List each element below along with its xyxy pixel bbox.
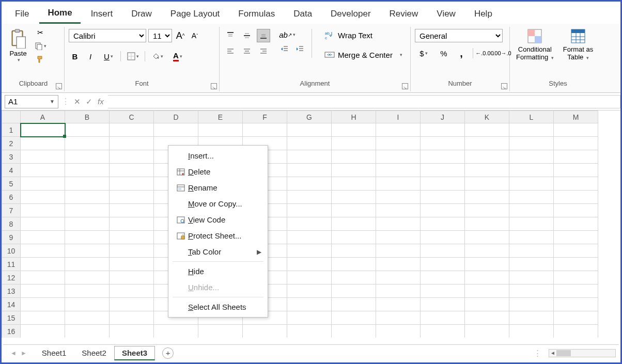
merge-center-button[interactable]: Merge & Center▾ <box>323 49 403 61</box>
col-header[interactable]: I <box>376 111 421 123</box>
tab-view[interactable]: View <box>428 6 464 23</box>
alignment-launcher[interactable] <box>402 83 408 89</box>
row-header[interactable]: 12 <box>2 271 21 284</box>
copy-button[interactable]: ▾ <box>34 40 47 52</box>
col-header[interactable]: H <box>332 111 376 123</box>
number-format-select[interactable]: General <box>415 29 503 42</box>
increase-decimal-button[interactable]: ←.0.00 <box>478 48 491 59</box>
format-as-table-button[interactable]: Format as Table ▾ <box>561 27 596 62</box>
col-header[interactable]: M <box>554 111 598 123</box>
worksheet-grid[interactable]: A B C D E F G H I J K L M 1 2 3 4 5 6 7 … <box>2 110 620 338</box>
clipboard-launcher[interactable] <box>56 83 62 89</box>
orientation-button[interactable]: ab↗▾ <box>278 29 296 40</box>
name-box[interactable]: A1 ▼ <box>5 95 58 108</box>
bold-button[interactable]: B <box>69 51 81 62</box>
col-header[interactable]: B <box>65 111 110 123</box>
row-header[interactable]: 2 <box>2 137 21 150</box>
tab-formulas[interactable]: Formulas <box>230 6 283 23</box>
row-header[interactable]: 5 <box>2 177 21 191</box>
context-view-code[interactable]: View Code <box>168 212 268 228</box>
row-header[interactable]: 15 <box>2 311 21 325</box>
cancel-formula-button[interactable]: ✕ <box>74 97 81 106</box>
conditional-formatting-button[interactable]: Conditional Formatting ▾ <box>514 27 556 62</box>
row-header[interactable]: 1 <box>2 123 21 137</box>
col-header[interactable]: C <box>110 111 154 123</box>
col-header[interactable]: F <box>243 111 287 123</box>
context-delete[interactable]: Delete <box>168 164 268 180</box>
cell-a1[interactable] <box>21 123 65 137</box>
sheet-tab-2[interactable]: Sheet2 <box>74 346 114 360</box>
align-bottom-button[interactable] <box>257 29 270 42</box>
cut-button[interactable]: ✂ <box>34 27 47 38</box>
increase-font-button[interactable]: A^ <box>174 30 186 41</box>
row-header[interactable]: 4 <box>2 164 21 177</box>
sheet-nav-next[interactable]: ► <box>21 350 27 357</box>
underline-button[interactable]: U▾ <box>100 51 117 62</box>
context-protect-sheet[interactable]: Protect Sheet... <box>168 228 268 244</box>
context-move-copy[interactable]: Move or Copy... <box>168 196 268 212</box>
row-header[interactable]: 10 <box>2 244 21 258</box>
percent-format-button[interactable]: % <box>438 48 450 59</box>
wrap-text-button[interactable]: abcWrap Text <box>323 29 403 41</box>
col-header[interactable]: D <box>154 111 198 123</box>
font-name-select[interactable]: Calibri <box>69 29 146 42</box>
row-header[interactable]: 6 <box>2 191 21 204</box>
col-header[interactable]: K <box>465 111 509 123</box>
decrease-indent-button[interactable] <box>278 43 291 55</box>
paste-button[interactable]: Paste ▾ <box>7 27 29 64</box>
col-header[interactable]: E <box>198 111 243 123</box>
sheet-tab-1[interactable]: Sheet1 <box>34 346 74 360</box>
sheet-nav-prev[interactable]: ◄ <box>10 350 17 357</box>
col-header[interactable]: A <box>21 111 65 123</box>
row-header[interactable]: 8 <box>2 217 21 231</box>
horizontal-scrollbar[interactable]: ◄ <box>549 349 616 357</box>
row-header[interactable]: 7 <box>2 204 21 217</box>
row-header[interactable]: 13 <box>2 284 21 298</box>
increase-indent-button[interactable] <box>294 43 306 55</box>
align-top-button[interactable] <box>224 29 237 42</box>
font-launcher[interactable] <box>211 83 217 89</box>
row-header[interactable]: 9 <box>2 231 21 244</box>
tab-home[interactable]: Home <box>39 5 80 24</box>
align-right-button[interactable] <box>257 44 270 58</box>
col-header[interactable]: L <box>509 111 554 123</box>
formula-input[interactable] <box>108 95 620 108</box>
context-rename[interactable]: Rename <box>168 180 268 196</box>
tab-draw[interactable]: Draw <box>123 6 160 23</box>
font-size-select[interactable]: 11 <box>148 29 172 42</box>
borders-button[interactable]: ▾ <box>124 51 142 62</box>
comma-format-button[interactable]: , <box>455 48 468 59</box>
new-sheet-button[interactable]: + <box>162 347 174 359</box>
accounting-format-button[interactable]: $▾ <box>415 48 432 59</box>
col-header[interactable]: J <box>421 111 465 123</box>
tab-page-layout[interactable]: Page Layout <box>162 6 228 23</box>
row-header[interactable]: 11 <box>2 258 21 271</box>
font-color-button[interactable]: A▾ <box>169 51 186 62</box>
tab-developer[interactable]: Developer <box>322 6 379 23</box>
decrease-font-button[interactable]: Aˇ <box>189 30 201 41</box>
fill-color-button[interactable]: ▾ <box>148 51 166 62</box>
context-tab-color[interactable]: Tab Color▶ <box>168 244 268 260</box>
context-insert[interactable]: Insert... <box>168 148 268 164</box>
align-left-button[interactable] <box>224 44 237 58</box>
col-header[interactable]: G <box>287 111 332 123</box>
align-middle-button[interactable] <box>240 29 254 42</box>
format-painter-button[interactable] <box>34 54 47 65</box>
tab-file[interactable]: File <box>7 6 37 23</box>
tab-insert[interactable]: Insert <box>83 6 121 23</box>
align-center-button[interactable] <box>240 44 254 58</box>
number-launcher[interactable] <box>501 83 507 89</box>
select-all-corner[interactable] <box>2 111 21 123</box>
tab-help[interactable]: Help <box>466 6 501 23</box>
context-hide[interactable]: Hide <box>168 263 268 279</box>
row-header[interactable]: 14 <box>2 298 21 311</box>
sheet-tab-3[interactable]: Sheet3 <box>114 346 155 360</box>
row-header[interactable]: 3 <box>2 150 21 164</box>
fx-button[interactable]: fx <box>98 97 104 106</box>
enter-formula-button[interactable]: ✓ <box>86 97 92 106</box>
tab-data[interactable]: Data <box>285 6 320 23</box>
decrease-decimal-button[interactable]: .00→.0 <box>496 48 508 59</box>
italic-button[interactable]: I <box>84 51 97 62</box>
row-header[interactable]: 16 <box>2 325 21 338</box>
tab-review[interactable]: Review <box>381 6 427 23</box>
